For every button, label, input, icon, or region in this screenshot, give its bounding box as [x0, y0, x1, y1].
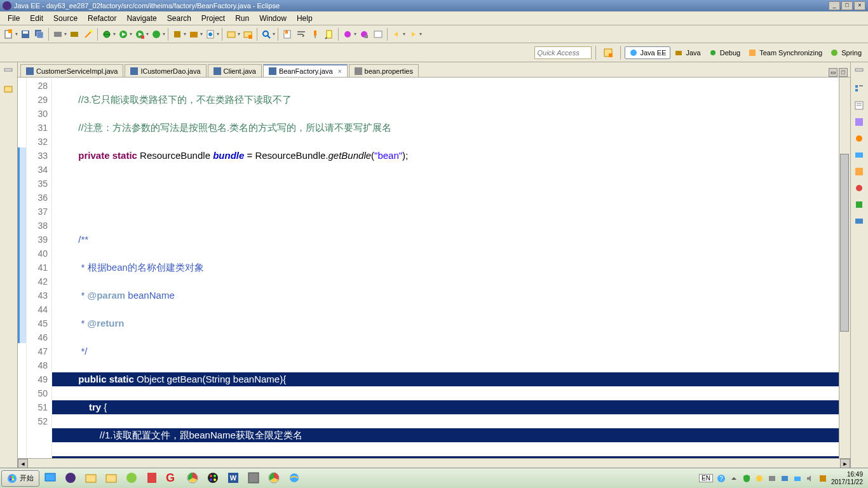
- view7-icon[interactable]: [854, 216, 865, 227]
- restore-right-icon[interactable]: [854, 67, 865, 79]
- menu-help[interactable]: Help: [292, 13, 318, 24]
- marker-button[interactable]: [323, 28, 336, 41]
- view1-icon[interactable]: [854, 117, 865, 128]
- server-button[interactable]: [51, 28, 64, 41]
- forward-button[interactable]: [407, 28, 419, 41]
- perspective-team[interactable]: Team Synchronizing: [744, 47, 826, 58]
- volume-tray-icon[interactable]: [806, 474, 815, 483]
- task-eclipse[interactable]: [62, 470, 80, 487]
- network-tray-icon[interactable]: [793, 474, 802, 483]
- clock[interactable]: 16:49 2017/11/22: [831, 471, 863, 486]
- svg-rect-66: [10, 478, 11, 480]
- tab-icustomerdao[interactable]: ICustomerDao.java: [125, 64, 206, 77]
- back-button[interactable]: [390, 28, 403, 41]
- view6-icon[interactable]: [854, 200, 865, 211]
- menu-navigate[interactable]: Navigate: [121, 13, 161, 24]
- svg-rect-36: [374, 31, 382, 37]
- open-perspective-button[interactable]: [600, 47, 616, 58]
- run-button[interactable]: [117, 28, 130, 41]
- tasklist-icon[interactable]: [854, 100, 865, 112]
- tab-beanfactory[interactable]: BeanFactory.java×: [263, 64, 348, 77]
- code-body[interactable]: //3.它只能读取类路径下的，不在类路径下读取不了 //注意：方法参数的写法是按…: [52, 78, 839, 458]
- menu-window[interactable]: Window: [254, 13, 292, 24]
- new-package-button[interactable]: [187, 28, 200, 41]
- server2-button[interactable]: [68, 28, 81, 41]
- task-word[interactable]: W: [225, 470, 243, 487]
- help-tray-icon[interactable]: ?: [717, 474, 726, 483]
- word-wrap-button[interactable]: [295, 28, 308, 41]
- task-button[interactable]: [341, 28, 354, 41]
- save-all-button[interactable]: [33, 28, 46, 41]
- tray-expand-icon[interactable]: [729, 474, 738, 483]
- maximize-button[interactable]: □: [841, 1, 853, 10]
- task-desktop[interactable]: [42, 470, 60, 487]
- pin-button[interactable]: [309, 28, 322, 41]
- task-app2[interactable]: G: [164, 470, 182, 487]
- wand-button[interactable]: [82, 28, 95, 41]
- minimize-button[interactable]: _: [829, 1, 840, 10]
- menu-edit[interactable]: Edit: [25, 13, 48, 24]
- view3-icon[interactable]: [854, 150, 865, 161]
- menu-refactor[interactable]: Refactor: [83, 13, 121, 24]
- task3-button[interactable]: [372, 28, 384, 41]
- outline-icon[interactable]: [854, 84, 865, 95]
- task-app3[interactable]: [205, 470, 222, 487]
- minimize-editor-button[interactable]: ▭: [829, 68, 837, 77]
- restore-icon[interactable]: [3, 67, 15, 79]
- tray-icon-3[interactable]: [768, 474, 776, 483]
- task-app1[interactable]: [123, 470, 141, 487]
- menu-search[interactable]: Search: [162, 13, 196, 24]
- open-task-button[interactable]: [241, 28, 254, 41]
- perspective-debug[interactable]: Debug: [705, 47, 744, 58]
- perspective-spring[interactable]: Spring: [826, 47, 865, 58]
- start-button[interactable]: 开始: [1, 470, 39, 487]
- view2-icon[interactable]: [854, 133, 865, 145]
- code-editor[interactable]: 2829303132333435363738394041424344454647…: [18, 78, 850, 458]
- toggle-mark-button[interactable]: [281, 28, 294, 41]
- view4-icon[interactable]: [854, 166, 865, 178]
- quick-access-input[interactable]: [534, 46, 592, 59]
- task2-button[interactable]: [358, 28, 370, 41]
- task-app5[interactable]: [245, 470, 263, 487]
- tray-icon-2[interactable]: [755, 474, 764, 483]
- svg-rect-42: [675, 51, 682, 55]
- close-button[interactable]: ×: [854, 1, 865, 10]
- ime-indicator[interactable]: EN: [699, 474, 713, 482]
- new-jsp-button[interactable]: [204, 28, 217, 41]
- maximize-editor-button[interactable]: □: [839, 68, 848, 77]
- tray-icon-4[interactable]: [780, 474, 789, 483]
- task-chrome1[interactable]: [184, 470, 202, 487]
- search-button[interactable]: [260, 28, 273, 41]
- task-chrome2[interactable]: [266, 470, 283, 487]
- svg-rect-31: [327, 30, 332, 38]
- run-last-button[interactable]: [150, 28, 163, 41]
- tab-client[interactable]: Client.java: [208, 64, 262, 77]
- menu-run[interactable]: Run: [230, 13, 254, 24]
- window-title: Java EE - day63_ee287_02factory/src/com/…: [14, 2, 280, 10]
- new-button[interactable]: [3, 28, 15, 41]
- menu-file[interactable]: File: [3, 13, 25, 24]
- save-button[interactable]: [19, 28, 32, 41]
- project-explorer-icon[interactable]: [3, 84, 15, 95]
- debug-button[interactable]: [100, 28, 113, 41]
- view5-icon[interactable]: [854, 183, 865, 194]
- open-type-button[interactable]: [225, 28, 238, 41]
- perspective-java[interactable]: Java: [670, 47, 704, 58]
- perspective-java-ee[interactable]: Java EE: [625, 46, 671, 59]
- tab-customerserviceimpl[interactable]: CustomerServiceImpl.java: [20, 64, 123, 77]
- task-folder1[interactable]: [83, 470, 100, 487]
- tab-bean-properties[interactable]: bean.properties: [349, 64, 419, 77]
- menu-project[interactable]: Project: [196, 13, 230, 24]
- perspective-bar: Java EE Java Debug Team Synchronizing Sp…: [0, 43, 868, 62]
- close-tab-icon[interactable]: ×: [338, 68, 342, 75]
- run-ext-button[interactable]: [133, 28, 146, 41]
- scrollbar-thumb[interactable]: [840, 154, 849, 332]
- task-folder2[interactable]: [103, 470, 121, 487]
- vertical-scrollbar[interactable]: [839, 78, 850, 458]
- shield-tray-icon[interactable]: [742, 474, 751, 483]
- menu-source[interactable]: Source: [48, 13, 83, 24]
- task-ie[interactable]: [286, 470, 304, 487]
- task-notes[interactable]: [144, 470, 161, 487]
- tray-icon-7[interactable]: [818, 474, 827, 483]
- new-class-button[interactable]: [171, 28, 184, 41]
